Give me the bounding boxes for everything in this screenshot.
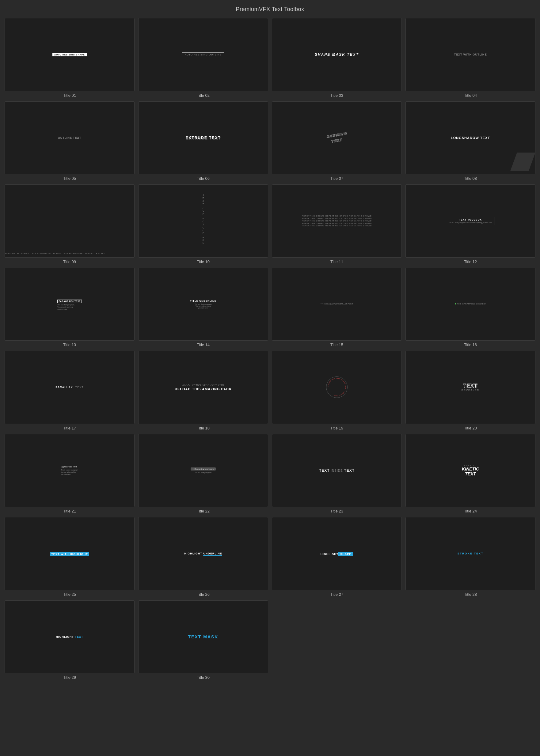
thumbnail-16[interactable]: THIS IS AN AMAZING CHECKBOX xyxy=(405,268,535,341)
card-10[interactable]: VERTICAL SCROLL TEXT Title 10 xyxy=(138,184,268,264)
thumbnail-17[interactable]: PARALLAX TEXT xyxy=(5,351,135,424)
card-17[interactable]: PARALLAX TEXT Title 17 xyxy=(5,351,135,430)
thumb-text-07a: SKEWING xyxy=(327,131,347,139)
thumbnail-15[interactable]: THIS IS AN AMAZING BULLET POINT xyxy=(272,268,402,341)
card-label-21: Title 21 xyxy=(63,509,76,513)
card-02[interactable]: AUTO RESIZING OUTLINE Title 02 xyxy=(138,18,268,98)
thumb-text-09: HORIZONTAL SCROLL TEXT HORIZONTAL SCROLL… xyxy=(5,253,134,254)
thumb-text-15: THIS IS AN AMAZING BULLET POINT xyxy=(319,301,354,307)
card-14[interactable]: TITLE UNDERLINE This is a short paragrap… xyxy=(138,268,268,347)
thumbnail-19[interactable]: circular text path around here • circula… xyxy=(272,351,402,424)
thumbnail-22[interactable]: ● Streaming and more This is a short par… xyxy=(138,434,268,507)
card-12[interactable]: TEXT TOOLBOX This is a short paragraph. … xyxy=(405,184,535,264)
card-label-30: Title 30 xyxy=(197,675,209,680)
thumbnail-05[interactable]: OUTLINE TEXT xyxy=(5,101,135,174)
card-19[interactable]: circular text path around here • circula… xyxy=(272,351,402,430)
thumbnail-11[interactable]: Repeating Crowd Repeating Crowd Repeatin… xyxy=(272,184,402,258)
card-label-27: Title 27 xyxy=(331,592,343,597)
card-25[interactable]: TEXT WITH HIGHLIGHT Title 25 xyxy=(5,517,135,597)
thumbnail-29[interactable]: HIGHLIGHT TEXT xyxy=(5,600,135,674)
card-28[interactable]: STROKE TEXT Title 28 xyxy=(405,517,535,597)
thumbnail-07[interactable]: SKEWING TEXT xyxy=(272,101,402,174)
card-label-04: Title 04 xyxy=(464,93,477,98)
thumbnail-21[interactable]: Typewriter text This is a short paragrap… xyxy=(5,434,135,507)
thumbnail-06[interactable]: EXTRUDE TEXT xyxy=(138,101,268,174)
card-label-28: Title 28 xyxy=(464,592,477,597)
thumbnail-24[interactable]: AMAZING KINETICTEXT xyxy=(405,434,535,507)
thumbnail-23[interactable]: TEXT INSIDE TEXT xyxy=(272,434,402,507)
page-title: PremiumVFX Text Toolbox xyxy=(5,6,535,13)
card-21[interactable]: Typewriter text This is a short paragrap… xyxy=(5,434,135,514)
card-20[interactable]: TEXT REVEALER Title 20 xyxy=(405,351,535,430)
thumbnail-10[interactable]: VERTICAL SCROLL TEXT xyxy=(138,184,268,258)
card-label-24: Title 24 xyxy=(464,509,477,513)
thumb-text-29: HIGHLIGHT TEXT xyxy=(56,635,83,638)
card-23[interactable]: TEXT INSIDE TEXT Title 23 xyxy=(272,434,402,514)
card-11[interactable]: Repeating Crowd Repeating Crowd Repeatin… xyxy=(272,184,402,264)
card-22[interactable]: ● Streaming and more This is a short par… xyxy=(138,434,268,514)
card-15[interactable]: THIS IS AN AMAZING BULLET POINT Title 15 xyxy=(272,268,402,347)
card-label-19: Title 19 xyxy=(331,426,343,430)
thumbnail-30[interactable]: TEXT MASK xyxy=(138,600,268,674)
card-label-29: Title 29 xyxy=(63,675,76,680)
thumbnail-13[interactable]: PARAGRAPH TEXT This is a short paragraph… xyxy=(5,268,135,341)
card-09[interactable]: HORIZONTAL SCROLL TEXT HORIZONTAL SCROLL… xyxy=(5,184,135,264)
card-label-13: Title 13 xyxy=(63,343,76,347)
thumb-text-01: AUTO RESIZING SHAPE xyxy=(53,53,87,56)
thumbnail-01[interactable]: AUTO RESIZING SHAPE xyxy=(5,18,135,91)
thumb-text-18: IDEAL TEMPLATES FOR YOU RELOAD THIS AMAZ… xyxy=(175,383,232,391)
thumbnail-09[interactable]: HORIZONTAL SCROLL TEXT HORIZONTAL SCROLL… xyxy=(5,184,135,258)
thumbnail-27[interactable]: HIGHLIGHT SHAPE xyxy=(272,517,402,590)
card-29[interactable]: HIGHLIGHT TEXT Title 29 xyxy=(5,600,135,680)
card-07[interactable]: SKEWING TEXT Title 07 xyxy=(272,101,402,181)
thumb-text-22: ● Streaming and more This is a short par… xyxy=(191,468,216,474)
thumb-text-25: TEXT WITH HIGHLIGHT xyxy=(50,551,89,556)
card-03[interactable]: SHAPE MASK TEXT Title 03 xyxy=(272,18,402,98)
card-label-12: Title 12 xyxy=(464,260,477,264)
thumbnail-26[interactable]: HIGHLIGHT UNDERLINE xyxy=(138,517,268,590)
card-18[interactable]: IDEAL TEMPLATES FOR YOU RELOAD THIS AMAZ… xyxy=(138,351,268,430)
card-label-06: Title 06 xyxy=(197,176,209,181)
card-label-25: Title 25 xyxy=(63,592,76,597)
thumb-text-10: VERTICAL SCROLL TEXT xyxy=(202,194,205,248)
thumb-text-11: Repeating Crowd Repeating Crowd Repeatin… xyxy=(302,215,372,227)
thumb-text-04: TEXT WITH OUTLINE xyxy=(454,53,487,56)
card-label-18: Title 18 xyxy=(197,426,209,430)
card-label-05: Title 05 xyxy=(63,176,76,181)
thumb-text-06: EXTRUDE TEXT xyxy=(186,136,221,140)
thumb-text-03: SHAPE MASK TEXT xyxy=(315,53,359,57)
thumbnail-03[interactable]: SHAPE MASK TEXT xyxy=(272,18,402,91)
thumbnail-25[interactable]: TEXT WITH HIGHLIGHT xyxy=(5,517,135,590)
thumbnail-28[interactable]: STROKE TEXT xyxy=(405,517,535,590)
card-24[interactable]: AMAZING KINETICTEXT Title 24 xyxy=(405,434,535,514)
card-13[interactable]: PARAGRAPH TEXT This is a short paragraph… xyxy=(5,268,135,347)
card-27[interactable]: HIGHLIGHT SHAPE Title 27 xyxy=(272,517,402,597)
card-26[interactable]: HIGHLIGHT UNDERLINE Title 26 xyxy=(138,517,268,597)
thumbnail-14[interactable]: TITLE UNDERLINE This is a short paragrap… xyxy=(138,268,268,341)
thumb-text-17: PARALLAX TEXT xyxy=(56,386,83,389)
thumb-text-28: STROKE TEXT xyxy=(457,552,483,555)
thumbnail-20[interactable]: TEXT REVEALER xyxy=(405,351,535,424)
card-06[interactable]: EXTRUDE TEXT Title 06 xyxy=(138,101,268,181)
card-label-09: Title 09 xyxy=(63,260,76,264)
card-30[interactable]: TEXT MASK Title 30 xyxy=(138,600,268,680)
card-05[interactable]: OUTLINE TEXT Title 05 xyxy=(5,101,135,181)
card-08[interactable]: LONGSHADOW TEXT Title 08 xyxy=(405,101,535,181)
card-16[interactable]: THIS IS AN AMAZING CHECKBOX Title 16 xyxy=(405,268,535,347)
card-label-14: Title 14 xyxy=(197,343,209,347)
thumb-text-19: circular text path around here • circula… xyxy=(326,377,347,398)
thumbnail-02[interactable]: AUTO RESIZING OUTLINE xyxy=(138,18,268,91)
thumb-text-12: TEXT TOOLBOX This is a short paragraph. … xyxy=(446,217,495,225)
card-01[interactable]: AUTO RESIZING SHAPE Title 01 xyxy=(5,18,135,98)
thumbnail-12[interactable]: TEXT TOOLBOX This is a short paragraph. … xyxy=(405,184,535,258)
thumb-text-05: OUTLINE TEXT xyxy=(58,136,81,139)
card-label-01: Title 01 xyxy=(63,93,76,98)
thumb-text-27: HIGHLIGHT SHAPE xyxy=(321,551,353,556)
thumbnail-18[interactable]: IDEAL TEMPLATES FOR YOU RELOAD THIS AMAZ… xyxy=(138,351,268,424)
thumb-text-30: TEXT MASK xyxy=(188,634,218,639)
card-label-17: Title 17 xyxy=(63,426,76,430)
card-04[interactable]: TEXT WITH OUTLINE Title 04 xyxy=(405,18,535,98)
thumbnail-08[interactable]: LONGSHADOW TEXT xyxy=(405,101,535,174)
thumbnail-04[interactable]: TEXT WITH OUTLINE xyxy=(405,18,535,91)
card-label-08: Title 08 xyxy=(464,176,477,181)
